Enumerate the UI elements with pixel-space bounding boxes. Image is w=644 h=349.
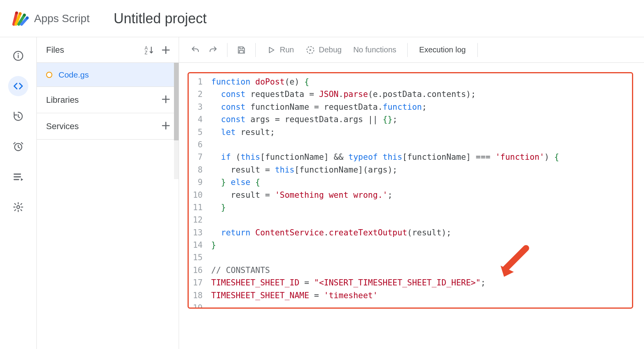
app-logo[interactable]: Apps Script: [12, 10, 90, 27]
code-icon: [13, 81, 24, 92]
rail-settings[interactable]: [8, 197, 28, 217]
arrow-icon: [496, 245, 531, 280]
file-item-code-gs[interactable]: Code.gs: [37, 63, 179, 87]
svg-point-8: [17, 206, 19, 208]
alarm-icon: [13, 141, 24, 152]
info-icon: [13, 50, 24, 61]
app-name: Apps Script: [34, 12, 90, 25]
svg-point-6: [17, 53, 19, 54]
add-file-button[interactable]: [161, 45, 171, 55]
left-rail: [0, 37, 36, 349]
undo-icon: [191, 45, 200, 55]
redo-button[interactable]: [205, 42, 221, 58]
rail-editor[interactable]: [8, 76, 28, 96]
function-selector[interactable]: No functions: [349, 42, 401, 57]
run-button[interactable]: Run: [262, 42, 299, 58]
run-label: Run: [280, 45, 294, 54]
toolbar-divider: [407, 43, 408, 57]
save-button[interactable]: [234, 42, 249, 58]
editor-area: Run Debug No functions Execution log 123…: [179, 37, 644, 349]
debug-button[interactable]: Debug: [301, 42, 346, 58]
plus-icon: [161, 94, 171, 104]
app-header: Apps Script Untitled project: [0, 0, 644, 37]
code-editor[interactable]: 12345678910111213141516171819 function d…: [188, 72, 633, 309]
rail-overview[interactable]: [8, 46, 28, 66]
files-panel-header: Files AZ: [37, 37, 179, 63]
executions-icon: [13, 171, 24, 182]
sort-files-button[interactable]: AZ: [144, 45, 154, 55]
undo-button[interactable]: [188, 42, 203, 58]
svg-point-2: [23, 14, 26, 16]
debug-icon: [306, 45, 315, 55]
files-label: Files: [46, 45, 64, 55]
libraries-section[interactable]: Libraries: [37, 87, 179, 113]
sort-az-icon: AZ: [144, 45, 154, 55]
rail-history[interactable]: [8, 106, 28, 126]
plus-icon: [161, 45, 171, 55]
toolbar-divider: [227, 43, 227, 57]
plus-icon: [161, 121, 171, 131]
file-name-label: Code.gs: [59, 70, 89, 79]
rail-triggers[interactable]: [8, 136, 28, 157]
services-section[interactable]: Services: [37, 113, 179, 140]
rail-executions[interactable]: [8, 167, 28, 187]
toolbar-divider: [255, 43, 256, 57]
svg-point-0: [15, 11, 18, 14]
files-sidebar: Files AZ Code.gs Libraries: [36, 37, 179, 349]
history-icon: [13, 111, 24, 122]
sidebar-scrollbar[interactable]: [174, 63, 179, 179]
svg-point-3: [26, 16, 29, 19]
svg-rect-5: [18, 55, 19, 58]
annotation-arrow: [496, 245, 531, 280]
project-title[interactable]: Untitled project: [114, 10, 207, 27]
svg-point-1: [19, 12, 21, 15]
play-icon: [267, 45, 276, 55]
add-service-button[interactable]: [161, 121, 171, 132]
debug-label: Debug: [319, 45, 342, 54]
svg-rect-11: [240, 47, 243, 49]
editor-toolbar: Run Debug No functions Execution log: [179, 37, 644, 63]
add-library-button[interactable]: [161, 94, 171, 106]
svg-rect-12: [239, 50, 243, 53]
libraries-label: Libraries: [46, 95, 79, 105]
svg-text:Z: Z: [145, 50, 147, 55]
toolbar-divider: [477, 43, 478, 57]
services-label: Services: [46, 121, 79, 131]
line-gutter: 12345678910111213141516171819: [189, 73, 207, 308]
gear-icon: [13, 202, 24, 213]
apps-script-icon: [12, 10, 29, 27]
execution-log-button[interactable]: Execution log: [414, 42, 471, 57]
redo-icon: [208, 45, 218, 55]
file-status-icon: [46, 72, 52, 78]
save-icon: [237, 45, 246, 55]
